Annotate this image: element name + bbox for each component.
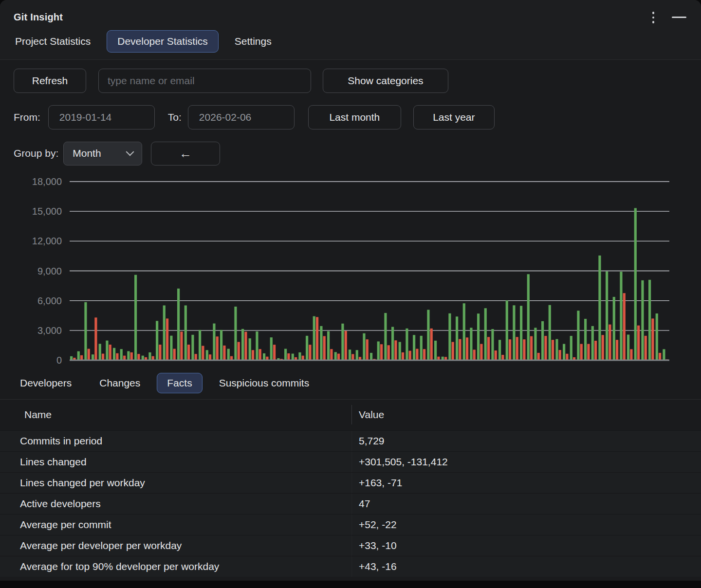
- to-date-input[interactable]: [188, 105, 295, 129]
- kebab-menu-icon[interactable]: [649, 11, 658, 24]
- toolbar-row-3: Group by: Month ←: [14, 142, 687, 165]
- row-name: Average for top 90% developer per workda…: [0, 556, 352, 577]
- table-row[interactable]: Commits in period 5,729: [0, 430, 701, 451]
- window-bottom-edge: [0, 581, 701, 588]
- table-row[interactable]: Average per developer per workday +33, -…: [0, 535, 701, 556]
- row-value: +33, -10: [352, 535, 701, 556]
- main-tabs: Project Statistics Developer Statistics …: [0, 27, 701, 59]
- svg-text:12,000: 12,000: [32, 236, 62, 246]
- last-year-button[interactable]: Last year: [413, 105, 495, 129]
- table-row[interactable]: Lines changed per workday +163, -71: [0, 472, 701, 493]
- row-name: Lines changed: [0, 452, 352, 472]
- table-row[interactable]: Lines changed +301,505, -131,412: [0, 451, 701, 472]
- refresh-button[interactable]: Refresh: [14, 69, 86, 93]
- group-by-label: Group by:: [14, 147, 58, 159]
- group-by-value: Month: [73, 147, 101, 159]
- toolbar-row-1: Refresh Show categories: [14, 69, 687, 93]
- tab-suspicious-commits[interactable]: Suspicious commits: [218, 373, 311, 393]
- table-header-name: Name: [0, 405, 352, 424]
- row-name: Average per commit: [0, 514, 352, 535]
- tab-developer-statistics[interactable]: Developer Statistics: [107, 30, 219, 53]
- svg-text:18,000: 18,000: [32, 176, 62, 187]
- svg-text:0: 0: [56, 355, 62, 366]
- row-name: Commits in period: [0, 431, 352, 451]
- row-name: Active developers: [0, 494, 352, 514]
- row-value: 5,729: [352, 431, 701, 451]
- table-row[interactable]: Average for top 90% developer per workda…: [0, 556, 701, 577]
- table-header-value: Value: [352, 405, 701, 424]
- facts-table: Name Value Commits in period 5,729 Lines…: [0, 399, 701, 577]
- svg-text:6,000: 6,000: [37, 295, 62, 306]
- to-label: To:: [168, 111, 182, 123]
- tab-developers[interactable]: Developers: [18, 373, 73, 393]
- svg-text:3,000: 3,000: [37, 325, 62, 335]
- view-tabs: Developers Changes Facts Suspicious comm…: [0, 367, 701, 393]
- row-value: +52, -22: [352, 514, 701, 535]
- back-arrow-icon: ←: [179, 146, 192, 161]
- row-value: +43, -16: [352, 556, 701, 577]
- toolbar: Refresh Show categories From: To: Last m…: [0, 60, 701, 165]
- tab-project-statistics[interactable]: Project Statistics: [14, 30, 92, 53]
- toolbar-row-2: From: To: Last month Last year: [14, 105, 687, 129]
- window-header: Git Insight Project Statistics Developer…: [0, 0, 701, 60]
- table-row[interactable]: Active developers 47: [0, 493, 701, 514]
- git-insight-window: Git Insight Project Statistics Developer…: [0, 0, 701, 588]
- minimize-icon[interactable]: [672, 17, 686, 18]
- row-value: 47: [352, 494, 701, 514]
- tab-changes[interactable]: Changes: [98, 373, 142, 393]
- tab-settings[interactable]: Settings: [233, 30, 273, 53]
- back-arrow-button[interactable]: ←: [151, 142, 220, 165]
- row-name: Average per developer per workday: [0, 535, 352, 556]
- titlebar: Git Insight: [0, 0, 701, 27]
- show-categories-button[interactable]: Show categories: [323, 69, 448, 93]
- from-label: From:: [14, 111, 40, 123]
- chevron-down-icon: [126, 148, 134, 156]
- row-name: Lines changed per workday: [0, 473, 352, 493]
- from-date-input[interactable]: [48, 105, 155, 129]
- table-row[interactable]: Average per commit +52, -22: [0, 514, 701, 535]
- chart-area: 03,0006,0009,00012,00015,00018,000: [14, 176, 701, 367]
- window-controls: [649, 11, 688, 24]
- svg-text:15,000: 15,000: [32, 206, 62, 217]
- last-month-button[interactable]: Last month: [308, 105, 401, 129]
- svg-text:9,000: 9,000: [37, 265, 62, 276]
- tab-facts[interactable]: Facts: [157, 373, 202, 393]
- table-header-row: Name Value: [0, 400, 701, 430]
- app-title: Git Insight: [14, 12, 63, 23]
- commit-chart: 03,0006,0009,00012,00015,00018,000: [14, 176, 669, 367]
- row-value: +163, -71: [352, 473, 701, 493]
- search-input[interactable]: [98, 69, 311, 93]
- group-by-select[interactable]: Month: [63, 142, 142, 165]
- row-value: +301,505, -131,412: [352, 452, 701, 472]
